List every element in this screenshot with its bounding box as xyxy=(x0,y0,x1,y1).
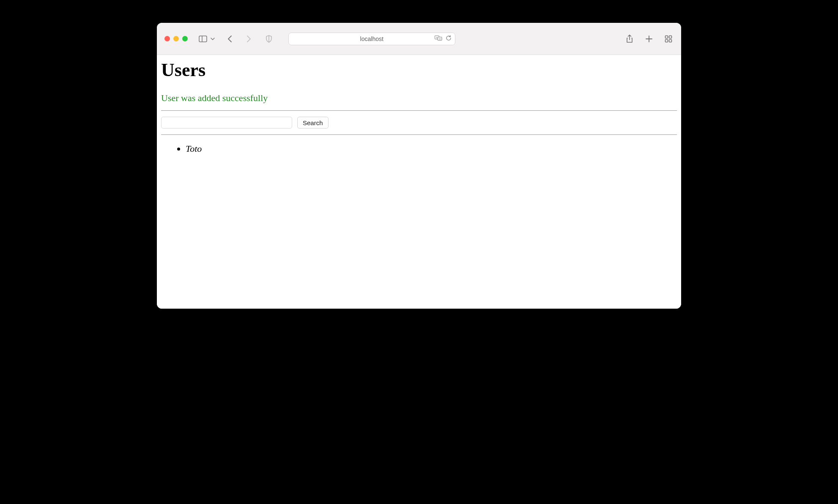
address-bar[interactable]: localhost A 文 xyxy=(288,33,455,45)
share-icon[interactable] xyxy=(624,34,635,44)
close-window-button[interactable] xyxy=(164,36,170,41)
divider xyxy=(161,134,677,135)
forward-button[interactable] xyxy=(244,34,254,44)
browser-toolbar: localhost A 文 xyxy=(157,23,681,55)
window-controls xyxy=(164,36,188,41)
search-input[interactable] xyxy=(161,117,292,129)
reload-icon[interactable] xyxy=(446,35,452,43)
svg-rect-11 xyxy=(665,39,668,42)
browser-window: localhost A 文 xyxy=(157,23,681,309)
address-text: localhost xyxy=(293,36,451,42)
back-button[interactable] xyxy=(225,34,235,44)
translate-icon[interactable]: A 文 xyxy=(435,35,442,43)
svg-rect-9 xyxy=(665,36,668,38)
search-form: Search xyxy=(161,117,677,129)
page-content: Users User was added successfully Search… xyxy=(157,55,681,309)
svg-rect-12 xyxy=(669,39,672,42)
tabs-overview-icon[interactable] xyxy=(663,34,674,44)
svg-text:文: 文 xyxy=(439,37,441,40)
svg-text:A: A xyxy=(436,36,438,38)
svg-rect-0 xyxy=(199,36,207,42)
page-title: Users xyxy=(161,59,677,81)
sidebar-toggle-icon[interactable] xyxy=(198,34,208,44)
chevron-down-icon[interactable] xyxy=(210,34,216,44)
maximize-window-button[interactable] xyxy=(182,36,188,41)
divider xyxy=(161,110,677,111)
success-message: User was added successfully xyxy=(161,93,677,104)
search-button[interactable]: Search xyxy=(297,117,329,129)
new-tab-icon[interactable] xyxy=(644,34,654,44)
user-list: Toto xyxy=(161,143,677,154)
list-item: Toto xyxy=(186,143,677,154)
shield-icon[interactable] xyxy=(264,34,274,44)
minimize-window-button[interactable] xyxy=(173,36,179,41)
svg-rect-10 xyxy=(669,36,672,38)
